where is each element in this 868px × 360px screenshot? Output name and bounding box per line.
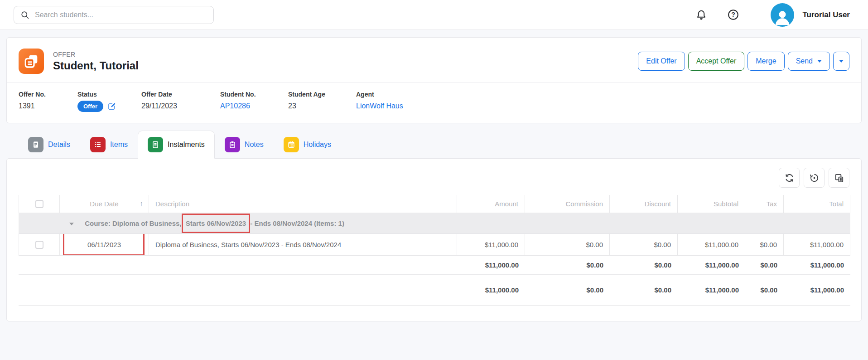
student-no-label: Student No. — [220, 91, 288, 98]
document-icon — [28, 137, 43, 152]
info-agent: Agent LionWolf Haus — [356, 91, 403, 112]
group-total-tax: $0.00 — [745, 256, 784, 275]
edit-offer-button[interactable]: Edit Offer — [638, 52, 685, 71]
more-actions-button[interactable] — [833, 52, 849, 71]
info-student-no: Student No. AP10286 — [220, 91, 288, 112]
table-toolbar — [19, 168, 849, 188]
instalments-table: Due Date↑ Description Amount Commission … — [19, 195, 850, 306]
group-total-total: $11,000.00 — [784, 256, 850, 275]
grand-total-tax: $0.00 — [745, 275, 784, 306]
list-page-icon — [148, 137, 163, 152]
info-student-age: Student Age 23 — [288, 91, 356, 112]
select-all-checkbox[interactable] — [35, 200, 43, 208]
tax-cell: $0.00 — [745, 234, 784, 256]
column-discount[interactable]: Discount — [610, 195, 678, 213]
tab-instalments[interactable]: Instalments — [138, 131, 215, 159]
send-label: Send — [796, 57, 813, 65]
user-name: Turorial User — [802, 10, 850, 19]
column-tax[interactable]: Tax — [745, 195, 784, 213]
column-amount[interactable]: Amount — [457, 195, 525, 213]
offer-actions: Edit Offer Accept Offer Merge Send — [638, 52, 849, 71]
due-date-cell: 06/11/2023 — [60, 234, 149, 256]
svg-text:?: ? — [732, 11, 736, 18]
accept-offer-label: Accept Offer — [696, 57, 737, 65]
page-title: Student, Tutorial — [53, 59, 139, 72]
tab-instalments-label: Instalments — [168, 141, 205, 149]
refresh-icon — [784, 173, 795, 183]
group-text-prefix: Course: Diploma of Business, — [85, 219, 181, 227]
instalment-row: 06/11/2023 Diploma of Business, Starts 0… — [19, 234, 850, 256]
avatar — [771, 3, 794, 27]
tab-bar: Details Items Instalments Notes Holidays — [18, 131, 862, 159]
accept-offer-button[interactable]: Accept Offer — [688, 52, 745, 71]
history-icon — [809, 173, 820, 183]
tab-holidays[interactable]: Holidays — [274, 132, 341, 159]
select-all-cell — [19, 195, 60, 213]
offer-no-label: Offer No. — [19, 91, 77, 98]
history-button[interactable] — [804, 168, 825, 188]
agent-link[interactable]: LionWolf Haus — [356, 102, 403, 110]
column-description[interactable]: Description — [149, 195, 457, 213]
user-menu[interactable]: Turorial User — [755, 3, 868, 27]
grand-total-subtotal: $11,000.00 — [678, 275, 745, 306]
help-button[interactable]: ? — [724, 6, 742, 24]
grand-total-amount: $11,000.00 — [457, 275, 525, 306]
help-icon: ? — [727, 9, 739, 21]
grand-total-total: $11,000.00 — [784, 275, 850, 306]
info-status: Status Offer — [77, 91, 141, 112]
column-commission[interactable]: Commission — [525, 195, 610, 213]
column-total[interactable]: Total — [784, 195, 850, 213]
offer-identity: OFFER Student, Tutorial — [19, 49, 139, 74]
amount-cell: $11,000.00 — [457, 234, 525, 256]
offer-date-label: Offer Date — [141, 91, 220, 98]
student-age-value: 23 — [288, 102, 356, 110]
merge-button[interactable]: Merge — [747, 52, 784, 71]
search-input[interactable] — [35, 11, 207, 19]
group-total-commission: $0.00 — [525, 256, 610, 275]
row-select-cell — [19, 234, 60, 256]
subtotal-cell: $11,000.00 — [678, 234, 745, 256]
tab-details[interactable]: Details — [18, 132, 80, 159]
refresh-button[interactable] — [779, 168, 800, 188]
tab-notes[interactable]: Notes — [215, 132, 274, 159]
main-content: OFFER Student, Tutorial Edit Offer Accep… — [0, 30, 868, 321]
notifications-button[interactable] — [693, 6, 710, 24]
instalments-panel: Due Date↑ Description Amount Commission … — [6, 158, 862, 321]
student-age-label: Student Age — [288, 91, 356, 98]
description-cell: Diploma of Business, Starts 06/Nov/2023 … — [149, 234, 457, 256]
clipboard-icon — [225, 137, 240, 152]
edit-offer-label: Edit Offer — [646, 57, 676, 65]
offer-card-top: OFFER Student, Tutorial Edit Offer Accep… — [7, 38, 861, 82]
search-box[interactable] — [14, 6, 214, 24]
send-button[interactable]: Send — [788, 52, 830, 71]
search-icon — [20, 10, 29, 19]
discount-cell: $0.00 — [610, 234, 678, 256]
student-no-link[interactable]: AP10286 — [220, 102, 288, 110]
offer-no-value: 1391 — [19, 102, 77, 110]
offer-pages-icon — [19, 49, 44, 74]
tab-holidays-label: Holidays — [304, 141, 331, 149]
table-header-row: Due Date↑ Description Amount Commission … — [19, 195, 850, 213]
tab-items[interactable]: Items — [80, 132, 138, 159]
status-label: Status — [77, 91, 141, 98]
copy-button[interactable] — [829, 168, 849, 188]
offer-info-bar: Offer No. 1391 Status Offer Offer Date 2… — [7, 82, 861, 123]
tab-notes-label: Notes — [245, 141, 264, 149]
topbar: ? Turorial User — [0, 0, 868, 30]
course-group-row: Course: Diploma of Business, Starts 06/N… — [19, 213, 850, 234]
tab-items-label: Items — [110, 141, 128, 149]
chevron-down-icon — [817, 60, 822, 63]
collapse-group-icon[interactable] — [69, 223, 74, 225]
commission-cell: $0.00 — [525, 234, 610, 256]
row-checkbox[interactable] — [35, 241, 43, 249]
group-total-subtotal: $11,000.00 — [678, 256, 745, 275]
group-total-amount: $11,000.00 — [457, 256, 525, 275]
merge-label: Merge — [756, 57, 776, 65]
column-subtotal[interactable]: Subtotal — [678, 195, 745, 213]
edit-status-icon[interactable] — [107, 102, 116, 111]
column-due-date[interactable]: Due Date↑ — [60, 195, 149, 213]
list-icon — [90, 137, 106, 152]
calendar-icon — [284, 137, 299, 152]
group-total-discount: $0.00 — [610, 256, 678, 275]
offer-type-label: OFFER — [53, 51, 139, 58]
